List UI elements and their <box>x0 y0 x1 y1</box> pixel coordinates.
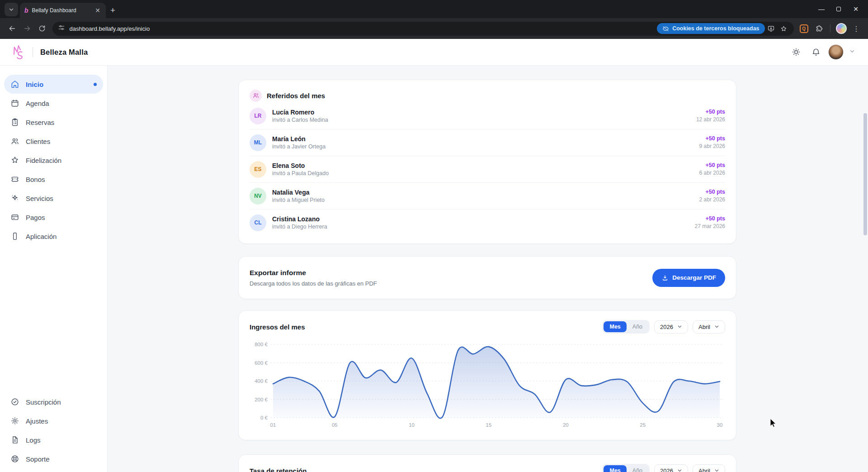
income-chart-card: Ingresos del mes Mes Año 2026 Abril 0 €2… <box>238 310 736 440</box>
scrollbar-thumb[interactable] <box>863 113 867 235</box>
export-subtitle: Descarga todos los datos de las gráficas… <box>250 280 377 287</box>
chevron-down-icon <box>677 467 682 472</box>
referral-points: +50 pts <box>699 162 725 169</box>
profile-menu-button[interactable] <box>849 48 855 56</box>
user-avatar[interactable] <box>828 44 844 60</box>
retention-toggle-year[interactable]: Año <box>627 465 648 472</box>
sidebar-item-soporte[interactable]: Soporte <box>4 449 103 468</box>
tab-title: Bellafy Dashboard <box>32 7 94 14</box>
chevron-down-icon <box>849 48 855 54</box>
sidebar-item-logs[interactable]: Logs <box>4 430 103 449</box>
referral-avatar: ML <box>250 134 266 151</box>
retention-month-value: Abril <box>698 467 710 472</box>
retention-year-select[interactable]: 2026 <box>654 464 688 472</box>
retention-toggle-month[interactable]: Mes <box>604 465 626 472</box>
income-chart: 0 €200 €400 €600 €800 €01051015202530 <box>250 338 725 436</box>
sidebar-item-bonos[interactable]: Bonos <box>4 170 103 189</box>
sidebar-item-clientes[interactable]: Clientes <box>4 132 103 151</box>
referrals-list: LRLucía Romeroinvitó a Carlos Medina+50 … <box>250 103 725 236</box>
retention-month-select[interactable]: Abril <box>693 464 725 472</box>
download-icon <box>661 274 669 281</box>
sidebar-item-label: Reservas <box>26 119 54 126</box>
window-minimize-button[interactable]: — <box>814 2 829 16</box>
window-close-button[interactable]: ✕ <box>848 2 863 16</box>
check-circle-icon <box>10 397 19 406</box>
app-header: Belleza Malla <box>0 39 868 66</box>
browser-profile-avatar[interactable] <box>835 21 848 36</box>
theme-toggle-button[interactable] <box>788 44 804 60</box>
referral-row: NVNatalia Vegainvitó a Miguel Prieto+50 … <box>250 183 725 210</box>
sidebar-item-agenda[interactable]: Agenda <box>4 94 103 113</box>
download-pdf-label: Descargar PDF <box>672 274 716 281</box>
chevron-down-icon <box>677 324 682 330</box>
referral-avatar: CL <box>250 215 266 231</box>
sidebar-item-label: Soporte <box>26 455 50 463</box>
income-year-select[interactable]: 2026 <box>654 320 688 334</box>
extensions-puzzle-icon[interactable] <box>812 21 826 36</box>
cookies-blocked-badge[interactable]: Cookies de terceros bloqueadas <box>657 23 764 34</box>
export-card: Exportar informe Descarga todos los dato… <box>238 256 736 299</box>
bell-icon <box>811 48 821 57</box>
sidebar-item-servicios[interactable]: Servicios <box>4 189 103 208</box>
referral-date: 9 abr 2026 <box>699 143 725 150</box>
sidebar-item-aplicacion[interactable]: Aplicación <box>4 227 103 246</box>
extension-qr-icon[interactable]: Q <box>797 21 811 36</box>
new-tab-button[interactable]: + <box>110 5 115 15</box>
reload-button[interactable] <box>35 21 48 36</box>
svg-text:20: 20 <box>563 422 569 428</box>
income-month-value: Abril <box>698 324 710 330</box>
sidebar-item-fidelizacion[interactable]: Fidelización <box>4 151 103 170</box>
svg-text:10: 10 <box>409 422 415 428</box>
referrer-name: María León <box>272 135 326 143</box>
retention-year-value: 2026 <box>660 467 673 472</box>
referral-points: +50 pts <box>695 215 725 223</box>
referral-points: +50 pts <box>696 108 725 116</box>
sidebar-item-label: Suscripción <box>26 398 61 406</box>
browser-toolbar: dashboard.bellafy.app/es/inicio Cookies … <box>0 18 868 39</box>
credit-card-icon <box>10 213 19 222</box>
browser-tab[interactable]: b Bellafy Dashboard ✕ <box>20 3 106 18</box>
back-button[interactable] <box>5 21 19 36</box>
svg-text:0 €: 0 € <box>260 415 268 420</box>
window-maximize-button[interactable] <box>831 2 846 16</box>
calendar-icon <box>10 99 19 108</box>
referrer-name: Cristina Lozano <box>272 215 327 223</box>
gear-icon <box>10 416 19 425</box>
divider <box>33 47 33 57</box>
sidebar-item-ajustes[interactable]: Ajustes <box>4 411 103 430</box>
income-month-select[interactable]: Abril <box>693 320 725 334</box>
bookmark-star-icon[interactable] <box>778 22 790 35</box>
income-chart-title: Ingresos del mes <box>250 323 305 331</box>
chevron-down-icon <box>714 467 719 472</box>
url-bar[interactable]: dashboard.bellafy.app/es/inicio Cookies … <box>52 22 794 36</box>
svg-text:200 €: 200 € <box>255 397 268 402</box>
sidebar-item-suscripcion[interactable]: Suscripción <box>4 392 103 411</box>
referral-row: CLCristina Lozanoinvitó a Diego Herrera+… <box>250 210 725 236</box>
income-period-toggle: Mes Año <box>602 320 650 334</box>
tab-close-icon[interactable]: ✕ <box>93 7 102 14</box>
install-app-icon[interactable] <box>765 22 778 35</box>
referrer-name: Elena Soto <box>272 162 329 170</box>
svg-text:01: 01 <box>270 422 276 428</box>
site-settings-icon[interactable] <box>58 24 65 33</box>
tab-search-button[interactable] <box>5 3 18 16</box>
referrer-name: Lucía Romero <box>272 108 328 116</box>
retention-period-toggle: Mes Año <box>602 464 650 472</box>
sidebar-item-pagos[interactable]: Pagos <box>4 208 103 227</box>
referrals-title: Referidos del mes <box>267 92 325 100</box>
income-toggle-year[interactable]: Año <box>627 321 648 332</box>
sidebar-item-reservas[interactable]: Reservas <box>4 113 103 132</box>
notifications-button[interactable] <box>808 44 824 60</box>
referrer-name: Natalia Vega <box>272 188 325 196</box>
sidebar-item-inicio[interactable]: Inicio <box>4 75 103 94</box>
browser-menu-button[interactable]: ⋮ <box>849 24 863 33</box>
retention-chart-card: Tasa de retención Mes Año 2026 Abril <box>238 454 736 472</box>
forward-button[interactable] <box>20 21 33 36</box>
cookies-badge-label: Cookies de terceros bloqueadas <box>672 25 759 32</box>
svg-text:800 €: 800 € <box>255 342 268 347</box>
referral-detail: invitó a Miguel Prieto <box>272 196 325 204</box>
chevron-down-icon <box>714 324 719 330</box>
income-toggle-month[interactable]: Mes <box>604 321 626 332</box>
svg-text:05: 05 <box>332 422 338 428</box>
download-pdf-button[interactable]: Descargar PDF <box>652 269 725 287</box>
